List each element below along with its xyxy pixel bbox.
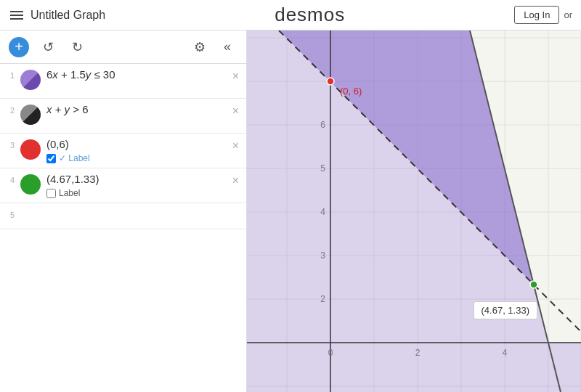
redo-button[interactable]: ↻ (67, 37, 87, 57)
expression-icon-3[interactable] (20, 139, 41, 160)
expression-formula-1[interactable]: 6x + 1.5y ≤ 30 (46, 68, 239, 81)
expression-icon-1[interactable] (20, 70, 41, 90)
hamburger-button[interactable] (9, 9, 25, 21)
undo-button[interactable]: ↺ (38, 37, 58, 57)
label-row-3: ✓ Label (46, 153, 239, 163)
expression-close-1[interactable]: × (228, 68, 243, 84)
label-checkbox-3[interactable] (46, 154, 56, 163)
expression-formula-4[interactable]: (4.67,1.33) (46, 173, 239, 185)
svg-text:3: 3 (320, 250, 325, 261)
point-4-67-1-33[interactable] (530, 281, 537, 288)
label-row-4: Label (46, 188, 239, 198)
expression-content-3: (0,6) ✓ Label (46, 138, 239, 163)
expression-item-3: 3 (0,6) ✓ Label × (0, 134, 246, 168)
header-right: Log In or (514, 6, 572, 24)
add-expression-button[interactable]: + (9, 37, 29, 57)
svg-text:5: 5 (320, 163, 325, 173)
label-checkbox-4[interactable] (46, 189, 56, 198)
hamburger-icon (10, 11, 23, 20)
sidebar-toolbar: + ↺ ↻ ⚙ « (0, 30, 246, 64)
graph-overlay: 0 2 4 6 6 5 4 3 2 (0, 6) (247, 30, 581, 392)
expression-close-3[interactable]: × (228, 138, 243, 154)
graph-area[interactable]: 0 2 4 6 6 5 4 3 2 (0, 6) (4.67, 1.33) (247, 30, 581, 392)
expression-item-1: 1 6x + 1.5y ≤ 30 × (0, 64, 246, 99)
expression-number-3: 3 (0, 138, 15, 150)
header-left: Untitled Graph (9, 9, 105, 22)
toolbar-left: + ↺ ↻ (9, 37, 87, 57)
sidebar: + ↺ ↻ ⚙ « 1 6x + 1.5y ≤ 30 × 2 x (0, 30, 247, 392)
svg-text:2: 2 (320, 294, 325, 304)
expression-number-2: 2 (0, 103, 15, 115)
header: Untitled Graph desmos Log In or (0, 0, 581, 30)
expression-item-5: 5 (0, 203, 246, 229)
point-0-6[interactable] (327, 78, 334, 85)
expression-content-2: x + y > 6 (46, 103, 239, 115)
expression-content-1: 6x + 1.5y ≤ 30 (46, 68, 239, 81)
svg-text:6: 6 (320, 120, 325, 130)
expression-formula-2[interactable]: x + y > 6 (46, 103, 239, 115)
desmos-logo: desmos (275, 4, 345, 26)
expression-close-4[interactable]: × (228, 173, 243, 189)
point-label-0-6: (0, 6) (340, 86, 362, 97)
settings-button[interactable]: ⚙ (190, 37, 210, 57)
expression-close-2[interactable]: × (228, 103, 243, 119)
page-title: Untitled Graph (31, 9, 105, 22)
label-text-3: ✓ Label (59, 153, 90, 163)
expression-number-5: 5 (0, 208, 15, 219)
svg-text:0: 0 (328, 348, 333, 358)
expression-item-2: 2 x + y > 6 × (0, 99, 246, 134)
svg-text:2: 2 (415, 348, 420, 358)
svg-text:4: 4 (503, 348, 508, 358)
collapse-sidebar-button[interactable]: « (217, 37, 237, 57)
main-content: + ↺ ↻ ⚙ « 1 6x + 1.5y ≤ 30 × 2 x (0, 30, 581, 392)
label-text-4: Label (59, 188, 80, 198)
or-text: or (564, 9, 572, 20)
expression-formula-3[interactable]: (0,6) (46, 138, 239, 150)
expression-icon-2[interactable] (20, 105, 41, 125)
expression-content-4: (4.67,1.33) Label (46, 173, 239, 198)
expression-number-4: 4 (0, 173, 15, 184)
login-button[interactable]: Log In (514, 6, 559, 24)
svg-text:4: 4 (320, 207, 325, 217)
toolbar-right: ⚙ « (190, 37, 237, 57)
expression-number-1: 1 (0, 68, 15, 80)
expression-icon-4[interactable] (20, 174, 41, 195)
expression-item-4: 4 (4.67,1.33) Label × (0, 168, 246, 203)
